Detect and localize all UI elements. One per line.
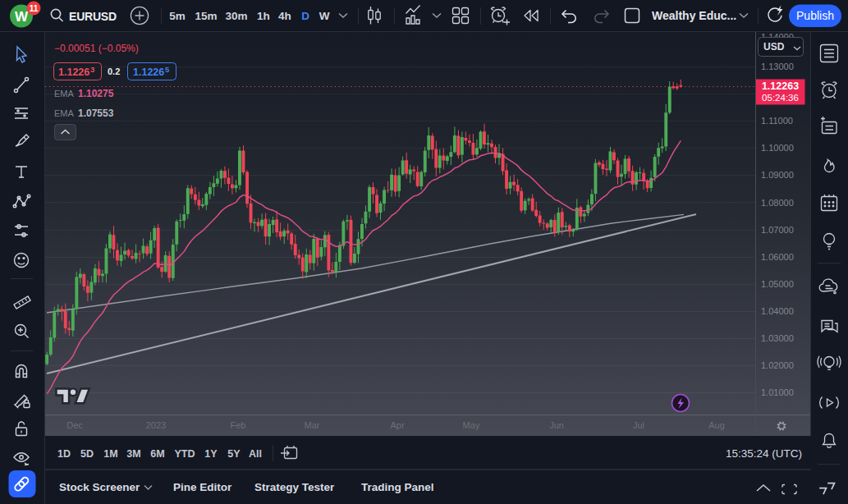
svg-text:EURUSD: EURUSD [69, 10, 117, 23]
svg-text:4h: 4h [278, 10, 291, 22]
svg-text:1.10000: 1.10000 [761, 143, 794, 153]
svg-text:Feb: Feb [231, 420, 246, 430]
svg-text:Dec: Dec [66, 420, 83, 430]
svg-text:1.1226: 1.1226 [58, 66, 89, 78]
svg-text:1.03000: 1.03000 [761, 333, 794, 343]
svg-text:Pine Editor: Pine Editor [173, 481, 232, 493]
svg-text:All: All [249, 448, 262, 460]
svg-text:30m: 30m [225, 10, 247, 22]
svg-text:Trading Panel: Trading Panel [361, 481, 434, 493]
svg-text:3M: 3M [126, 448, 140, 460]
svg-text:Jun: Jun [549, 420, 564, 430]
svg-text:EMA: EMA [54, 108, 75, 118]
svg-text:15m: 15m [195, 10, 217, 22]
svg-text:1.02000: 1.02000 [761, 360, 794, 370]
svg-text:Stock Screener: Stock Screener [59, 481, 140, 493]
svg-text:6M: 6M [150, 448, 164, 460]
svg-text:1.07000: 1.07000 [761, 225, 794, 235]
svg-text:2023: 2023 [146, 420, 166, 430]
svg-text:1.09000: 1.09000 [761, 170, 794, 180]
svg-text:05:24:36: 05:24:36 [762, 93, 799, 103]
svg-text:3: 3 [90, 65, 94, 74]
svg-text:USD: USD [763, 41, 785, 53]
svg-text:1.11000: 1.11000 [761, 116, 793, 126]
svg-text:−0.00051 (−0.05%): −0.00051 (−0.05%) [54, 43, 139, 54]
svg-text:1h: 1h [257, 10, 270, 22]
svg-text:May: May [463, 420, 480, 430]
svg-text:1Y: 1Y [204, 448, 218, 460]
svg-text:Wealthy Educ...: Wealthy Educ... [652, 9, 736, 22]
svg-text:1.07553: 1.07553 [78, 108, 114, 119]
svg-text:1.06000: 1.06000 [761, 252, 794, 262]
svg-text:1M: 1M [103, 448, 117, 460]
svg-text:Publish: Publish [796, 9, 834, 22]
svg-text:5: 5 [165, 65, 170, 74]
svg-text:YTD: YTD [175, 448, 195, 460]
svg-text:Mar: Mar [305, 420, 320, 430]
svg-text:Aug: Aug [708, 420, 725, 430]
svg-text:1.10275: 1.10275 [78, 88, 114, 99]
svg-text:5m: 5m [169, 10, 186, 22]
svg-text:1.08000: 1.08000 [761, 198, 794, 208]
svg-text:1D: 1D [57, 448, 71, 460]
svg-text:D: D [301, 10, 309, 22]
svg-text:Jul: Jul [633, 420, 644, 430]
svg-text:1.04000: 1.04000 [761, 306, 794, 316]
svg-text:0.2: 0.2 [108, 66, 120, 76]
svg-text:5Y: 5Y [227, 448, 241, 460]
svg-text:1.1226: 1.1226 [133, 66, 164, 78]
svg-text:5D: 5D [80, 448, 94, 460]
svg-text:1.12263: 1.12263 [762, 80, 799, 92]
svg-text:15:35:24 (UTC): 15:35:24 (UTC) [726, 447, 802, 460]
svg-text:1.01000: 1.01000 [761, 387, 794, 397]
svg-text:1.05000: 1.05000 [761, 279, 794, 289]
svg-text:Strategy Tester: Strategy Tester [254, 481, 335, 493]
svg-text:W: W [15, 9, 29, 25]
svg-text:W: W [319, 10, 330, 22]
svg-text:11: 11 [30, 4, 39, 13]
svg-text:Apr: Apr [390, 420, 404, 430]
svg-text:1.13000: 1.13000 [761, 62, 794, 71]
svg-text:EMA: EMA [54, 89, 75, 99]
